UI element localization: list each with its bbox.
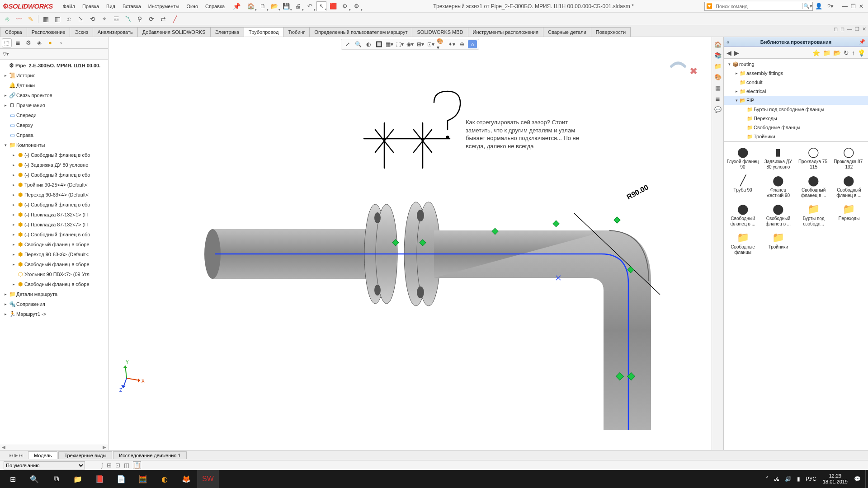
tree-row[interactable]: ▸⬢(-) Свободный фланец в сбо bbox=[0, 230, 108, 239]
lib-item[interactable]: ╱Труба 90 bbox=[726, 173, 760, 199]
tool-icon[interactable]: ⇄ bbox=[159, 14, 168, 23]
graphics-area[interactable]: ⤢ 🔍 ◐ 🔲 ▦▾ ⬚▾ ◉▾ ⊞▾ ⊡▾ 🎨▾ ✦▾ ⊕ ⌂ bbox=[108, 37, 712, 450]
search-scope-icon[interactable]: 🔽 bbox=[705, 3, 714, 9]
lib-item[interactable]: ⬤Свободный фланец в ... bbox=[832, 173, 866, 199]
tool-icon[interactable]: ☲ bbox=[112, 14, 121, 23]
tree-root[interactable]: ⚙Pipe_2-E-300БО. МРИЯ. Ш1Н 00.00. bbox=[0, 61, 108, 70]
command-search[interactable]: 🔽 🔍▾ bbox=[704, 2, 813, 11]
minimize-icon[interactable]: — bbox=[841, 3, 849, 9]
tool-icon[interactable]: 〰 bbox=[14, 14, 24, 23]
lib-fwd-icon[interactable]: ▶ bbox=[734, 49, 739, 56]
menu-tools[interactable]: Инструменты bbox=[145, 3, 183, 10]
tree-row[interactable]: ▸🗒Примечания bbox=[0, 100, 108, 110]
tool-icon[interactable]: ⎌ bbox=[65, 14, 74, 23]
menu-file[interactable]: Файл bbox=[59, 3, 79, 10]
tool-icon[interactable]: ✎ bbox=[26, 14, 35, 23]
lib-item[interactable]: ⬤Глухой фланец 90 bbox=[726, 145, 760, 170]
tool-icon[interactable]: ▥ bbox=[53, 14, 62, 23]
close-icon[interactable]: ✕ bbox=[857, 3, 865, 9]
scroll-left-icon[interactable]: ◀ bbox=[2, 445, 5, 450]
lib-back-icon[interactable]: ◀ bbox=[726, 49, 731, 56]
select-icon[interactable]: ↖▾ bbox=[316, 1, 326, 11]
task-app-icon[interactable]: 📄 bbox=[110, 470, 132, 488]
cfg-icon[interactable]: ⊞ bbox=[107, 462, 112, 469]
filter-icon[interactable]: ▽▾ bbox=[3, 51, 9, 57]
ribbon-tab[interactable]: Анализировать bbox=[93, 27, 138, 37]
tree-row[interactable]: ▸📁Детали маршрута bbox=[0, 289, 108, 299]
lib-item[interactable]: ⬤Свободный фланец в ... bbox=[797, 173, 831, 199]
motion-play-icon[interactable]: ▶ bbox=[14, 453, 18, 458]
tray-clock[interactable]: 12:2918.01.2019 bbox=[819, 473, 851, 484]
settings-icon[interactable]: ⚙▾ bbox=[352, 1, 362, 11]
lib-tree-row[interactable]: 📁Свободные фланцы bbox=[724, 123, 868, 132]
task-fusion-icon[interactable]: ◐ bbox=[154, 470, 175, 488]
ribbon-tab[interactable]: Трубопровод bbox=[244, 27, 283, 37]
tree-row[interactable]: ▸⬢Свободный фланец в сборе bbox=[0, 259, 108, 269]
menu-help[interactable]: Справка bbox=[202, 3, 228, 10]
fm-tab-property[interactable]: ≣ bbox=[13, 38, 23, 47]
options-icon[interactable]: ⚙▾ bbox=[340, 1, 350, 11]
tree-row[interactable]: ▸⬢(-) Свободный фланец в сбо bbox=[0, 200, 108, 210]
cfg-icon[interactable]: ∫ bbox=[101, 462, 103, 469]
lib-item[interactable]: ⬤Фланец жесткий 90 bbox=[761, 173, 795, 199]
strip-forum-icon[interactable]: 💬 bbox=[713, 105, 722, 114]
tree-row[interactable]: ▸⬢(-) Свободный фланец в сбо bbox=[0, 170, 108, 180]
task-view-icon[interactable]: ⧉ bbox=[45, 470, 67, 488]
fm-tab-more[interactable]: › bbox=[56, 38, 66, 47]
tool-icon[interactable]: ╱ bbox=[170, 14, 179, 23]
tray-vol-icon[interactable]: 🔊 bbox=[782, 476, 794, 482]
tree-row[interactable]: ▸🔩Сопряжения bbox=[0, 299, 108, 309]
task-search-icon[interactable]: 🔍 bbox=[24, 470, 45, 488]
strip-view-icon[interactable]: ▦ bbox=[713, 83, 722, 92]
lib-up-icon[interactable]: ↑ bbox=[852, 49, 855, 56]
fm-tab-config[interactable]: ⚙ bbox=[24, 38, 33, 47]
tree-row[interactable]: ▾📁Компоненты bbox=[0, 140, 108, 150]
ribbon-tab[interactable]: Эскиз bbox=[70, 27, 93, 37]
lib-item[interactable]: ▮Задвижка ДУ 80 условно bbox=[761, 145, 795, 170]
fm-tab-render[interactable]: ● bbox=[45, 38, 55, 47]
doc-close-icon[interactable]: ✕ bbox=[862, 26, 866, 32]
lib-tree-row[interactable]: 📁Бурты под свободные фланцы bbox=[724, 105, 868, 114]
tree-row[interactable]: ▭Спереди bbox=[0, 110, 108, 120]
lib-tree-row[interactable]: 📁conduit bbox=[724, 78, 868, 87]
motion-rev-icon[interactable]: ⏮ bbox=[9, 453, 14, 458]
search-go-icon[interactable]: 🔍▾ bbox=[802, 3, 812, 9]
tab-model[interactable]: Модель bbox=[28, 451, 57, 459]
tree-row[interactable]: ▸⬢Свободный фланец в сборе bbox=[0, 239, 108, 249]
tree-row[interactable]: ▸⬢Тройник 90-25<4> (Default< bbox=[0, 180, 108, 190]
tray-up-icon[interactable]: ˄ bbox=[763, 476, 771, 482]
tool-icon[interactable]: ⚲ bbox=[135, 14, 144, 23]
tree-row[interactable]: ▸🔗Связь проектов bbox=[0, 90, 108, 100]
panel-collapse-icon[interactable]: « bbox=[726, 39, 729, 45]
fm-tab-dim[interactable]: ◈ bbox=[34, 38, 44, 47]
doc-next-icon[interactable]: ◻ bbox=[840, 26, 844, 32]
tray-lang[interactable]: РУС bbox=[803, 476, 819, 482]
lib-add-icon[interactable]: ⭐ bbox=[812, 49, 820, 56]
tree-row[interactable]: ▸⬢Свободный фланец в сборе bbox=[0, 279, 108, 289]
menu-view[interactable]: Вид bbox=[103, 3, 119, 10]
lib-item[interactable]: 📁Тройники bbox=[761, 230, 795, 256]
lib-tree-row[interactable]: ▸📁electrical bbox=[724, 87, 868, 96]
show-desktop[interactable] bbox=[865, 470, 868, 488]
task-calc-icon[interactable]: 🧮 bbox=[132, 470, 154, 488]
menu-edit[interactable]: Правка bbox=[79, 3, 103, 10]
menu-insert[interactable]: Вставка bbox=[119, 3, 145, 10]
tray-batt-icon[interactable]: ▮ bbox=[794, 476, 803, 482]
lib-help-icon[interactable]: 💡 bbox=[858, 49, 865, 56]
tab-3dviews[interactable]: Трехмерные виды bbox=[58, 451, 112, 459]
lib-tree-row[interactable]: ▾📦routing bbox=[724, 60, 868, 69]
tree-row[interactable]: ▸⬢(-) Свободный фланец в сбо bbox=[0, 150, 108, 160]
tool-icon[interactable]: ⌖ bbox=[100, 14, 109, 23]
tree-row[interactable]: ▸📜История bbox=[0, 70, 108, 80]
print-icon[interactable]: 🖨▾ bbox=[293, 1, 303, 11]
lib-item[interactable]: 📁Переходы bbox=[832, 202, 866, 227]
doc-prev-icon[interactable]: ◻ bbox=[834, 26, 838, 32]
tree-row[interactable]: ▭Сверху bbox=[0, 120, 108, 130]
tree-row[interactable]: ▸⬢(-) Прокладка 87-132<1> (П bbox=[0, 210, 108, 220]
tab-motion[interactable]: Исследование движения 1 bbox=[113, 451, 186, 459]
tree-row[interactable]: ▸🏃Маршрут1 -> bbox=[0, 309, 108, 319]
tray-notif-icon[interactable]: 💬 bbox=[851, 476, 863, 482]
tree-row[interactable]: ⬡Угольник 90 ПВХ<7> (09-Угл bbox=[0, 269, 108, 279]
undo-icon[interactable]: ↶▾ bbox=[305, 1, 315, 11]
save-icon[interactable]: 💾▾ bbox=[281, 1, 291, 11]
